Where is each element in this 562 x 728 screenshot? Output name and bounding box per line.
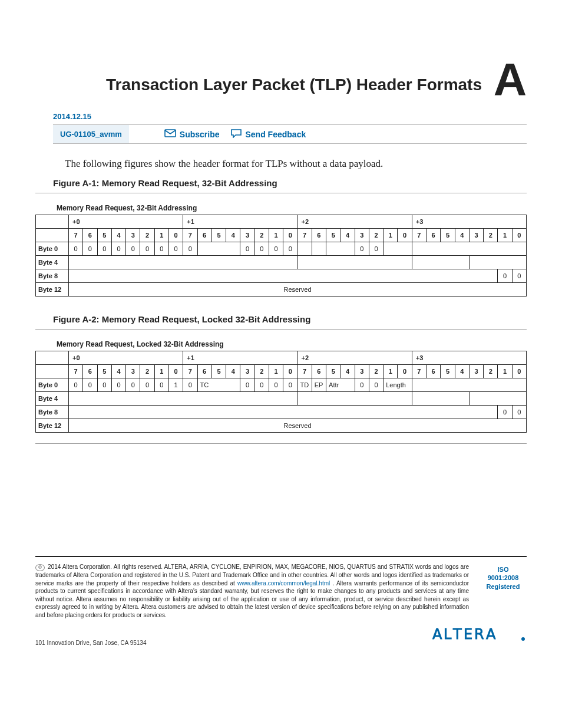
bottom-row: 101 Innovation Drive, San Jose, CA 95134… — [35, 622, 527, 646]
address: 101 Innovation Drive, San Jose, CA 95134 — [35, 640, 146, 646]
svg-point-1 — [521, 637, 525, 641]
iso-badge[interactable]: ISO 9001:2008 Registered — [480, 563, 527, 619]
svg-rect-0 — [165, 130, 176, 137]
feedback-label: Send Feedback — [246, 130, 306, 139]
page-title: Transaction Layer Packet (TLP) Header Fo… — [106, 75, 482, 94]
legal-link[interactable]: www.altera.com/common/legal.html — [237, 580, 330, 587]
page-header: Transaction Layer Packet (TLP) Header Fo… — [35, 59, 527, 100]
altera-logo-text: 𝖠𝖫𝖳𝖤𝖱𝖠 — [432, 626, 497, 642]
altera-logo: 𝖠𝖫𝖳𝖤𝖱𝖠 — [432, 622, 527, 646]
appendix-letter: A — [494, 59, 527, 100]
figure-a1: Figure A-1: Memory Read Request, 32-Bit … — [35, 178, 527, 297]
doc-bar: UG-01105_avmm Subscribe Send Feedback — [53, 124, 527, 144]
intro-text: The following figures show the header fo… — [65, 158, 527, 170]
doc-id: UG-01105_avmm — [53, 125, 129, 143]
subscribe-link[interactable]: Subscribe — [164, 129, 220, 139]
figure-a1-caption: Memory Read Request, 32-Bit Addressing — [57, 204, 527, 212]
figure-a2: Figure A-2: Memory Read Request, Locked … — [35, 314, 527, 444]
comment-icon — [230, 129, 242, 140]
feedback-link[interactable]: Send Feedback — [230, 129, 306, 140]
legal-text: © 2014 Altera Corporation. All rights re… — [35, 563, 469, 619]
doc-date: 2014.12.15 — [53, 112, 527, 121]
figure-a1-table: +0 +1 +2 +3 76543210 76543210 76543210 7… — [35, 215, 527, 297]
subscribe-label: Subscribe — [180, 130, 220, 139]
figure-a2-label: Figure A-2: Memory Read Request, Locked … — [53, 314, 527, 324]
meta-row: 2014.12.15 UG-01105_avmm Subscribe Send … — [53, 112, 527, 144]
mail-icon — [164, 129, 176, 139]
figure-a2-caption: Memory Read Request, Locked 32-Bit Addre… — [57, 340, 527, 348]
figure-a1-label: Figure A-1: Memory Read Request, 32-Bit … — [53, 178, 527, 188]
footer: © 2014 Altera Corporation. All rights re… — [35, 556, 527, 619]
figure-a2-table: +0 +1 +2 +3 76543210 76543210 76543210 7… — [35, 351, 527, 433]
